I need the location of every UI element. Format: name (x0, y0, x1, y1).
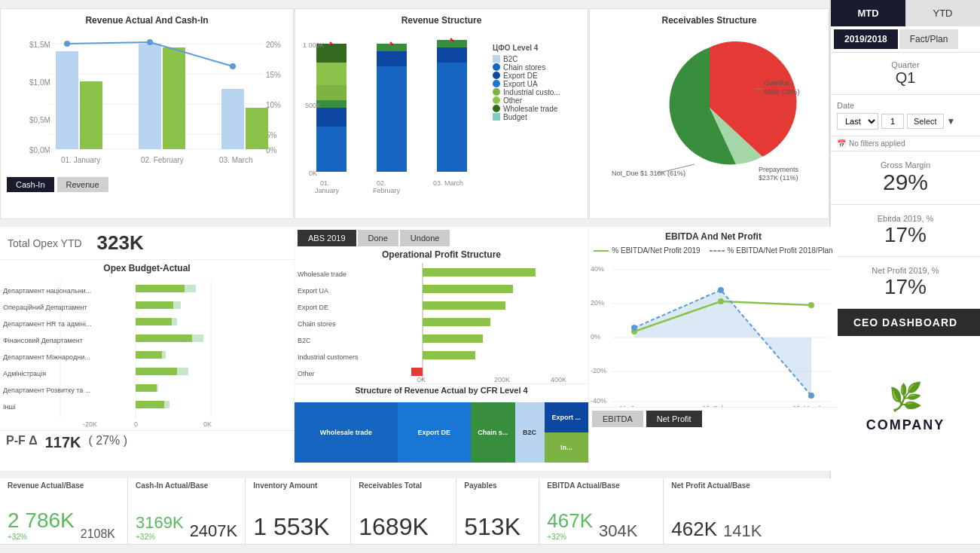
treemap-chains: Chain s... (471, 402, 515, 463)
inventory-value: 1 553K (253, 513, 343, 541)
svg-text:Департамент Міжнародни...: Департамент Міжнародни... (3, 353, 90, 361)
date-label: Date (837, 101, 974, 110)
revenue-button[interactable]: Revenue (57, 177, 108, 192)
ebitda-panel: EBITDA And Net Profit % EBITDA/Net Profi… (589, 227, 838, 471)
ebitda-chart-title: EBITDA And Net Profit (589, 227, 838, 242)
legend-budget: Budget (493, 113, 560, 121)
netprofit-chart-button[interactable]: Net Profit (646, 411, 702, 427)
svg-text:01.: 01. (320, 179, 330, 187)
svg-text:-40%: -40% (591, 397, 606, 405)
rs-jan-bar5 (316, 63, 347, 85)
svg-text:20%: 20% (266, 41, 281, 49)
receivables-title: Receivables Structure (596, 15, 823, 26)
revenue-structure-title: Revenue Structure (301, 15, 582, 26)
opex-bar3 (136, 318, 172, 325)
kpi-bar: Revenue Actual/Base 2 786K +32% 2108K Ca… (0, 478, 980, 545)
svg-text:Chain stores: Chain stores (298, 320, 336, 328)
ebitda-legend: % EBITDA/Net Profit 2019 % EBITDA/Net Pr… (589, 245, 838, 256)
netprofit-metric-label: Net Profit 2019, % (840, 266, 971, 275)
svg-text:200K: 200K (494, 376, 510, 383)
cashin-label: Cash-In Actual/Base (136, 481, 237, 490)
undone-tab[interactable]: Undone (400, 230, 450, 246)
feb-cashin-bar (139, 44, 161, 149)
mar-cashin-bar (221, 89, 244, 149)
revenue-structure-legend: ЦФО Level 4 B2C Chain stores Export DE E… (493, 29, 560, 194)
date-number-input[interactable] (881, 114, 904, 129)
ops-tabs: ABS 2019 Done Undone (295, 227, 588, 249)
svg-text:15%: 15% (266, 71, 281, 79)
abs2019-tab[interactable]: ABS 2019 (298, 230, 356, 246)
no-filters-text: No filters applied (849, 139, 905, 148)
cashin-kpi: Cash-In Actual/Base 3169K +32% 2407K (128, 478, 246, 544)
pf-pct: ( 27% ) (89, 434, 128, 451)
ytd-button[interactable]: YTD (905, 0, 980, 26)
svg-text:Департамент HR та адміні...: Департамент HR та адміні... (3, 320, 92, 328)
svg-text:Адміністрація: Адміністрація (3, 370, 46, 377)
revenue-dot-feb (147, 39, 153, 45)
gross-margin-label: Gross Margin (840, 160, 971, 170)
company-logo: 🌿 COMPANY (831, 336, 980, 478)
ops-profit-panel: ABS 2019 Done Undone Operational Profit … (295, 227, 588, 471)
svg-text:$1,5M: $1,5M (29, 41, 50, 49)
inventory-label: Inventory Amount (253, 481, 343, 490)
revenue-chart-panel: Revenue Actual And Cash-In $1,5M $1,0M $… (0, 8, 294, 219)
ebitda-button[interactable]: EBITDA (592, 411, 643, 427)
treemap-exportde: Export DE (398, 402, 472, 463)
select-button[interactable]: Select (907, 114, 944, 129)
revenue-chart-title: Revenue Actual And Cash-In (7, 15, 287, 26)
date-section: Date Last Select ▼ (831, 95, 980, 136)
netprofit-label: Net Profit Actual/Base (671, 481, 780, 490)
svg-text:20%: 20% (591, 299, 604, 307)
payables-label: Payables (464, 481, 531, 490)
treemap-b2c: B2C (515, 402, 545, 463)
year-button[interactable]: 2019/2018 (834, 29, 898, 49)
svg-text:$237K (11%): $237K (11%) (759, 174, 798, 182)
factplan-button[interactable]: Fact/Plan (899, 29, 959, 49)
date-dropdown[interactable]: Last (837, 113, 878, 130)
cashin-button[interactable]: Cash-In (7, 177, 54, 192)
svg-text:February: February (373, 187, 401, 194)
done-tab[interactable]: Done (358, 230, 398, 246)
mtd-button[interactable]: MTD (831, 0, 905, 26)
svg-text:$1,0M: $1,0M (29, 78, 50, 87)
op-bar5 (423, 335, 483, 343)
rs-jan-bar4 (316, 85, 347, 100)
opex-chart-svg: Департамент національни... Операційний Д… (0, 280, 282, 430)
treemap-right: Export ... In... (545, 402, 589, 463)
rs-feb-bar1 (377, 66, 407, 172)
payables-kpi: Payables 513K (456, 478, 539, 544)
ebitda-metric-section: Ebitda 2019, % 17% (831, 205, 980, 257)
opex-chart-title: Opex Budget-Actual (0, 260, 294, 276)
filter-icon: 📅 (837, 139, 846, 148)
revenue-structure-panel: Revenue Structure (295, 8, 588, 219)
mtd-ytd-row: MTD YTD (831, 0, 980, 26)
netprofit-kpi: Net Profit Actual/Base 462K 141K (664, 478, 788, 544)
treemap-industrial: In... (545, 432, 589, 463)
jan-revenue-bar (80, 81, 102, 149)
rs-jan-bar2 (316, 108, 347, 127)
svg-text:Other: Other (298, 370, 315, 377)
mar-revenue-bar (246, 108, 268, 149)
gross-margin-section: Gross Margin 29% (831, 151, 980, 205)
svg-text:Industrial customers: Industrial customers (298, 353, 359, 361)
ebitda-main: 467K (547, 509, 593, 533)
svg-text:400K: 400K (551, 376, 566, 383)
rs-jan-bar1 (316, 127, 347, 172)
legend-exportde: Export DE (493, 72, 560, 80)
revenue-label: Revenue Actual/Base (8, 481, 120, 490)
ebitda-metric-value: 17% (840, 223, 971, 247)
feb-revenue-bar (163, 47, 185, 149)
rs-mar-bar1 (437, 63, 467, 172)
op-bar4 (423, 318, 490, 326)
revenue-dot-mar (230, 63, 236, 69)
netprofit-main: 462K (671, 518, 717, 541)
svg-text:-20%: -20% (591, 367, 606, 374)
ebitda-chart-buttons: EBITDA Net Profit (589, 407, 838, 430)
legend-chain: Chain stores (493, 63, 560, 72)
revenue-kpi: Revenue Actual/Base 2 786K +32% 2108K (0, 478, 128, 544)
ceo-banner: CEO DASHBOARD (831, 309, 980, 336)
revenue-chart-svg: $1,5M $1,0M $0,5M $0,0M 20% 15% 10% 5% 0… (7, 29, 289, 176)
svg-text:Департамент Розвитку та ...: Департамент Розвитку та ... (3, 386, 90, 394)
treemap-exportua: Export ... (545, 402, 589, 432)
svg-text:0: 0 (134, 420, 138, 428)
